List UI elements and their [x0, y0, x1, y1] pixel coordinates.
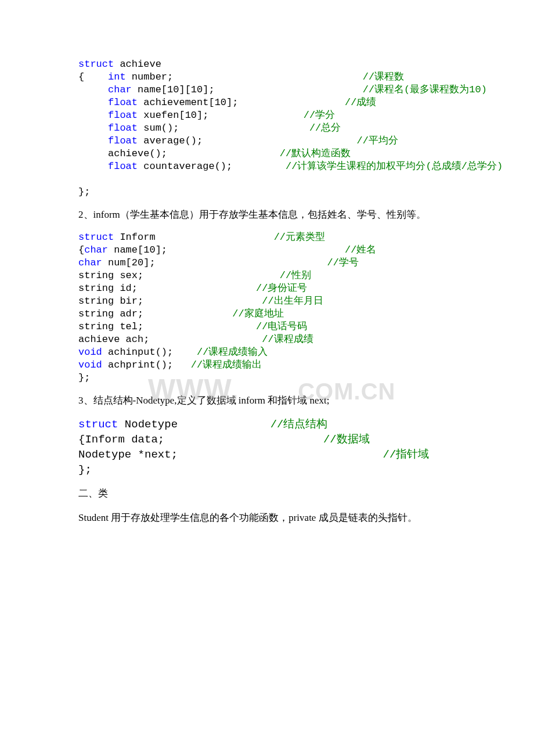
comment: //课程数: [363, 71, 404, 82]
kw-void: void: [78, 347, 102, 358]
kw-struct: struct: [78, 232, 114, 243]
code-text: Nodetype *next;: [78, 448, 383, 461]
code-text: number;: [126, 71, 363, 82]
code-text: sum();: [138, 123, 309, 134]
comment: //课程成绩输入: [197, 347, 268, 358]
code-text: string id;: [78, 283, 256, 294]
code-text: achieve ach;: [78, 334, 262, 345]
kw-struct: struct: [78, 418, 118, 431]
comment: //身份证号: [256, 283, 307, 294]
comment: //指针域: [383, 448, 430, 461]
kw-char: char: [84, 244, 108, 255]
comment: //总分: [309, 123, 341, 134]
comment: //课程成绩输出: [191, 359, 262, 370]
kw-float: float: [108, 110, 138, 121]
code-text: achinput();: [102, 347, 197, 358]
code-text: name[10];: [108, 244, 345, 255]
code-text: Nodetype: [118, 418, 270, 431]
kw-void: void: [78, 359, 102, 370]
comment: //家庭地址: [232, 308, 283, 319]
code-text: achievement[10];: [138, 97, 345, 108]
kw-float: float: [108, 123, 138, 134]
code-text: };: [78, 463, 92, 476]
code-text: string sex;: [78, 270, 280, 281]
comment: //出生年月日: [262, 296, 323, 307]
comment: //数据域: [323, 433, 370, 446]
kw-char: char: [78, 257, 102, 268]
code-block-nodetype: struct Nodetype //结点结构 {Inform data; //数…: [78, 417, 456, 477]
comment: //结点结构: [270, 418, 328, 431]
comment: //成绩: [345, 97, 376, 108]
paragraph-3: 3、结点结构-Nodetype,定义了数据域 inform 和指针域 next;: [78, 393, 456, 409]
code-text: [78, 110, 108, 121]
code-text: {Inform data;: [78, 433, 323, 446]
code-text: {: [78, 244, 84, 255]
comment: //学号: [327, 257, 358, 268]
document-page: WWW. .COM.CN struct achieve { int number…: [0, 0, 534, 756]
code-text: [78, 135, 108, 146]
paragraph-4: 二、类: [78, 485, 456, 502]
code-text: };: [78, 186, 90, 197]
code-text: {: [78, 71, 108, 82]
kw-float: float: [108, 135, 138, 146]
code-text: string bir;: [78, 296, 262, 307]
comment: //平均分: [357, 135, 398, 146]
paragraph-5: Student 用于存放处理学生信息的各个功能函数，private 成员是链表的…: [78, 510, 456, 526]
code-text: achprint();: [102, 359, 191, 370]
kw-struct: struct: [78, 59, 114, 70]
kw-int: int: [108, 71, 126, 82]
comment: //姓名: [345, 244, 376, 255]
comment: //电话号码: [256, 321, 307, 332]
code-text: [78, 123, 108, 134]
comment: //课程成绩: [262, 334, 313, 345]
kw-float: float: [108, 161, 138, 172]
code-text: xuefen[10];: [138, 110, 304, 121]
paragraph-2: 2、inform（学生基本信息）用于存放学生基本信息，包括姓名、学号、性别等。: [78, 207, 456, 223]
code-text: [78, 97, 108, 108]
code-text: Inform: [114, 232, 273, 243]
code-text: achieve();: [78, 148, 280, 159]
code-block-achieve: struct achieve { int number; //课程数 char …: [78, 58, 456, 199]
comment: //元素类型: [274, 232, 325, 243]
code-text: string adr;: [78, 308, 232, 319]
kw-char: char: [108, 84, 132, 95]
comment: //课程名(最多课程数为10): [363, 84, 487, 95]
code-text: num[20];: [102, 257, 327, 268]
code-text: average();: [138, 135, 356, 146]
code-text: [78, 161, 108, 172]
comment: //计算该学生课程的加权平均分(总成绩/总学分): [286, 161, 503, 172]
code-text: countaverage();: [138, 161, 286, 172]
comment: //学分: [304, 110, 335, 121]
code-text: [78, 174, 84, 185]
code-text: string tel;: [78, 321, 256, 332]
code-block-inform: struct Inform //元素类型 {char name[10]; //姓…: [78, 231, 456, 384]
kw-float: float: [108, 97, 138, 108]
code-text: [78, 84, 108, 95]
comment: //性别: [280, 270, 311, 281]
code-text: };: [78, 372, 90, 383]
comment: //默认构造函数: [280, 148, 351, 159]
code-text: name[10][10];: [132, 84, 363, 95]
code-text: achieve: [114, 59, 161, 70]
